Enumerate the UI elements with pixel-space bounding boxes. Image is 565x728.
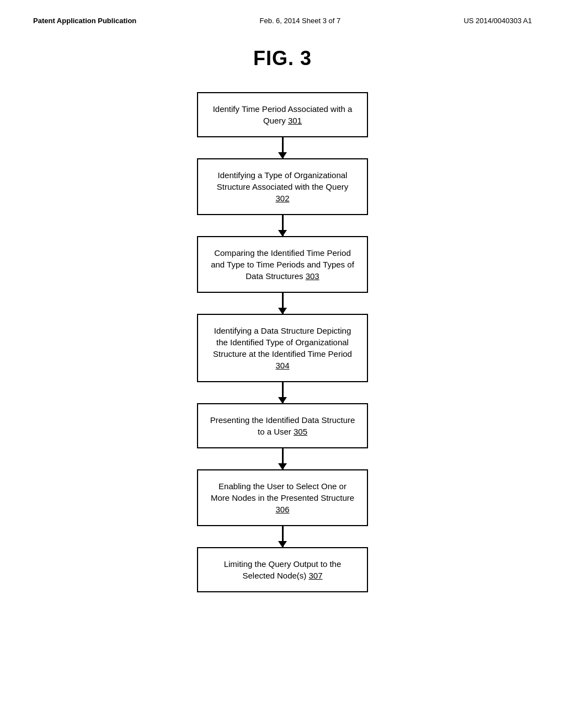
header-right: US 2014/0040303 A1	[463, 17, 532, 25]
step-ref-303: 303	[306, 271, 319, 281]
flowchart: Identify Time Period Associated with a Q…	[0, 92, 565, 625]
flowchart-step-305: Presenting the Identified Data Structure…	[197, 403, 368, 448]
arrow-1	[282, 137, 284, 158]
step-ref-304: 304	[275, 361, 289, 370]
step-ref-301: 301	[288, 116, 302, 125]
header-center: Feb. 6, 2014 Sheet 3 of 7	[259, 17, 340, 25]
flowchart-step-302: Identifying a Type of Organizational Str…	[197, 158, 368, 215]
page-header: Patent Application Publication Feb. 6, 2…	[0, 0, 565, 30]
flowchart-step-304: Identifying a Data Structure Depicting t…	[197, 314, 368, 382]
step-ref-307: 307	[309, 571, 323, 580]
flowchart-step-307: Limiting the Query Output to the Selecte…	[197, 547, 368, 592]
arrow-5	[282, 448, 284, 469]
header-left: Patent Application Publication	[33, 17, 136, 25]
step-ref-305: 305	[294, 427, 307, 436]
flowchart-step-301: Identify Time Period Associated with a Q…	[197, 92, 368, 137]
arrow-3	[282, 293, 284, 314]
arrow-2	[282, 215, 284, 236]
flowchart-step-303: Comparing the Identified Time Period and…	[197, 236, 368, 293]
arrow-6	[282, 526, 284, 547]
arrow-4	[282, 382, 284, 403]
figure-title: FIG. 3	[0, 47, 565, 70]
step-ref-306: 306	[275, 505, 289, 514]
flowchart-step-306: Enabling the User to Select One or More …	[197, 469, 368, 526]
step-ref-302: 302	[275, 194, 289, 203]
